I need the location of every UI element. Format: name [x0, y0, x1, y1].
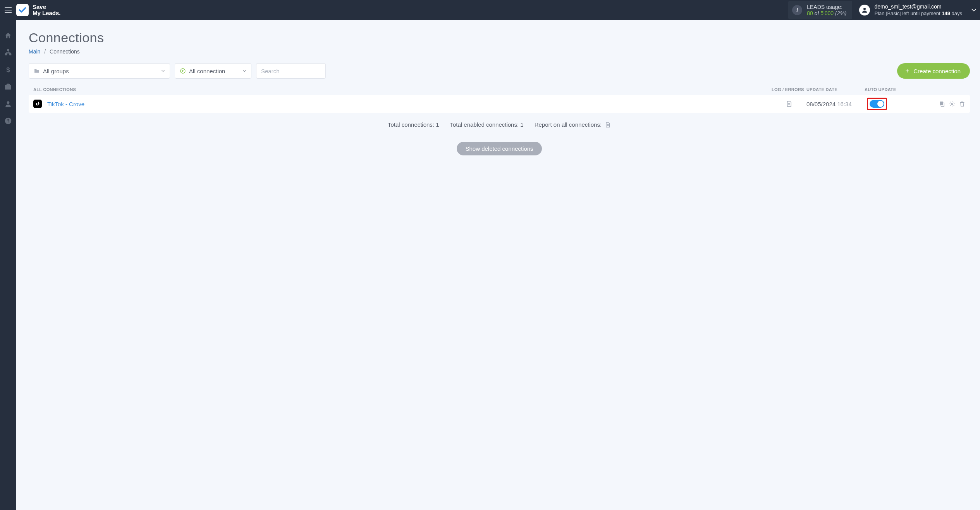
svg-text:$: $ [6, 66, 10, 74]
nav-tools[interactable] [4, 83, 12, 91]
connection-name-cell: TikTok - Crove [33, 100, 772, 108]
search-input-wrap[interactable] [256, 63, 326, 79]
topbar: SaveMy Leads. i LEADS usage: 80 of 5'000… [0, 0, 980, 20]
gear-icon [949, 101, 955, 107]
log-cell [772, 100, 806, 107]
create-connection-button[interactable]: Create connection [897, 63, 970, 79]
dollar-icon: $ [4, 66, 12, 74]
copy-button[interactable] [939, 101, 945, 107]
breadcrumb-separator: / [44, 48, 46, 55]
connection-link[interactable]: TikTok - Crove [47, 101, 84, 107]
auto-update-cell [865, 98, 930, 110]
groups-select[interactable]: All groups [29, 63, 170, 79]
table-header-row: ALL CONNECTIONS LOG / ERRORS UPDATE DATE… [29, 87, 970, 92]
plus-icon [905, 69, 910, 73]
tiktok-icon [33, 100, 42, 108]
show-deleted-button[interactable]: Show deleted connections [457, 142, 542, 155]
hamburger-icon [5, 7, 12, 13]
info-icon: i [792, 5, 802, 15]
log-button[interactable] [786, 100, 793, 107]
breadcrumb-current: Connections [50, 48, 80, 55]
chevron-down-icon [160, 68, 166, 74]
update-date-cell: 08/05/2024 16:34 [806, 101, 865, 107]
logo[interactable]: SaveMy Leads. [16, 4, 61, 17]
col-connections: ALL CONNECTIONS [33, 87, 772, 92]
col-log: LOG / ERRORS [772, 87, 806, 92]
profile-icon [4, 100, 12, 108]
svg-point-0 [863, 8, 866, 10]
account-menu[interactable]: demo_sml_test@gmail.com Plan |Basic| lef… [859, 3, 962, 17]
leads-usage-widget[interactable]: i LEADS usage: 80 of 5'000 (2%) [788, 1, 852, 19]
auto-update-highlight [867, 98, 887, 110]
svg-rect-2 [5, 54, 7, 55]
svg-rect-1 [7, 50, 9, 51]
account-text: demo_sml_test@gmail.com Plan |Basic| lef… [875, 3, 962, 17]
home-icon [4, 32, 12, 40]
breadcrumb-main[interactable]: Main [29, 48, 40, 55]
total-connections: Total connections: 1 [388, 121, 439, 128]
table-row: TikTok - Crove 08/05/2024 16:34 [29, 95, 970, 113]
nav-home[interactable] [4, 32, 12, 40]
search-input[interactable] [261, 68, 321, 74]
help-icon: ? [4, 117, 12, 125]
svg-rect-12 [940, 102, 943, 105]
nav-help[interactable]: ? [4, 117, 12, 125]
trash-icon [959, 101, 965, 107]
nav-connections[interactable] [4, 49, 12, 57]
svg-point-13 [951, 103, 953, 105]
svg-text:?: ? [7, 118, 9, 123]
chevron-down-icon [242, 68, 247, 74]
main-content: Connections Main / Connections All group… [16, 20, 980, 510]
auto-update-toggle[interactable] [870, 100, 884, 108]
col-update: UPDATE DATE [806, 87, 865, 92]
svg-rect-3 [9, 54, 11, 55]
leads-usage-text: LEADS usage: 80 of 5'000 (2%) [807, 4, 846, 16]
check-icon [18, 6, 27, 14]
summary-row: Total connections: 1 Total enabled conne… [29, 121, 970, 128]
delete-button[interactable] [959, 101, 965, 107]
connections-list: TikTok - Crove 08/05/2024 16:34 [29, 95, 970, 113]
page-title: Connections [29, 30, 970, 45]
svg-point-7 [7, 101, 10, 104]
col-auto: AUTO UPDATE [865, 87, 930, 92]
report-all-connections[interactable]: Report on all connections: [535, 121, 611, 128]
report-icon [605, 122, 611, 128]
left-nav-rail: $ ? [0, 20, 16, 510]
deleted-button-wrap: Show deleted connections [29, 142, 970, 155]
sitemap-icon [4, 49, 12, 57]
logo-text: SaveMy Leads. [33, 4, 61, 17]
row-actions [930, 101, 965, 107]
logo-badge [16, 4, 29, 16]
copy-icon [939, 101, 945, 107]
settings-button[interactable] [949, 101, 955, 107]
breadcrumb: Main / Connections [29, 48, 970, 55]
svg-rect-5 [5, 85, 11, 90]
nav-profile[interactable] [4, 100, 12, 108]
avatar-icon [859, 5, 870, 16]
document-icon [786, 100, 793, 107]
hamburger-menu[interactable] [0, 7, 16, 13]
status-select[interactable]: All connection [175, 63, 251, 79]
nav-billing[interactable]: $ [4, 66, 12, 74]
filter-row: All groups All connection Create connect… [29, 63, 970, 79]
folder-icon [34, 68, 40, 74]
enabled-connections: Total enabled connections: 1 [450, 121, 524, 128]
account-caret-icon [970, 6, 978, 14]
play-circle-icon [180, 68, 186, 74]
briefcase-icon [4, 83, 12, 91]
